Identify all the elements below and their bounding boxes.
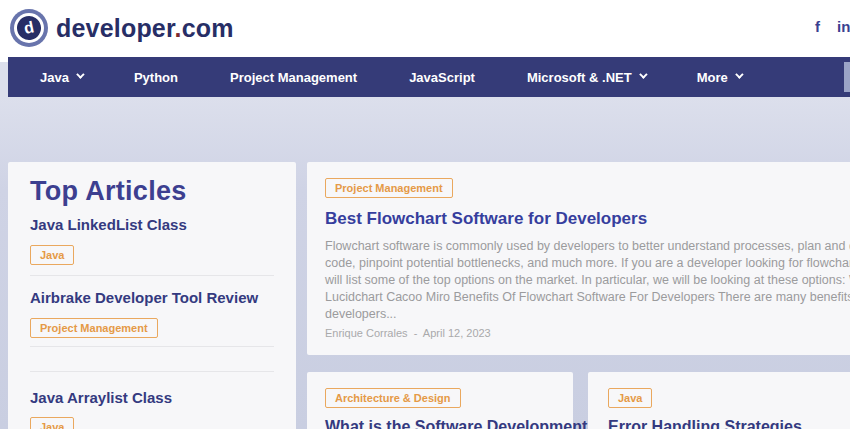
top-articles-heading: Top Articles bbox=[30, 176, 187, 207]
category-tag[interactable]: Project Management bbox=[30, 318, 158, 338]
logo-dot: . bbox=[175, 14, 182, 42]
sidebar-article-title[interactable]: Airbrake Developer Tool Review bbox=[30, 289, 258, 306]
page: d developer.com f in Java Python Project… bbox=[0, 0, 850, 429]
linkedin-icon[interactable]: in bbox=[837, 18, 850, 36]
byline-separator: - bbox=[414, 327, 418, 339]
logo-wordmark: developer.com bbox=[56, 14, 234, 43]
divider bbox=[30, 346, 274, 347]
article-byline: Enrique Corrales - April 12, 2023 bbox=[325, 327, 491, 339]
site-header: d developer.com f in bbox=[0, 0, 850, 62]
category-tag[interactable]: Java bbox=[30, 245, 74, 265]
divider bbox=[30, 371, 274, 372]
article-date: April 12, 2023 bbox=[423, 327, 491, 339]
category-tag[interactable]: Project Management bbox=[325, 178, 453, 198]
logo-letter: d bbox=[15, 14, 43, 42]
article-title[interactable]: Best Flowchart Software for Developers bbox=[325, 209, 647, 229]
chevron-down-icon bbox=[639, 70, 647, 78]
featured-article-card: Project Management Best Flowchart Softwa… bbox=[307, 162, 850, 355]
chevron-down-icon bbox=[735, 70, 743, 78]
sidebar-article-title[interactable]: Java LinkedList Class bbox=[30, 216, 187, 233]
nav-item-project-management[interactable]: Project Management bbox=[230, 70, 357, 85]
top-articles-panel: Top Articles Java LinkedList Class Java … bbox=[8, 162, 296, 429]
article-card: Java Error Handling Strategies bbox=[588, 372, 850, 429]
nav-item-microsoft-net[interactable]: Microsoft & .NET bbox=[527, 70, 645, 85]
logo-d-icon: d bbox=[10, 9, 48, 47]
divider bbox=[30, 275, 274, 276]
main-nav: Java Python Project Management JavaScrip… bbox=[8, 57, 850, 97]
article-title[interactable]: Error Handling Strategies bbox=[608, 418, 802, 429]
nav-item-python[interactable]: Python bbox=[134, 70, 178, 85]
social-links: f in bbox=[815, 18, 850, 36]
category-tag[interactable]: Java bbox=[608, 388, 652, 408]
category-tag[interactable]: Java bbox=[30, 417, 74, 429]
sidebar-article-title[interactable]: Java Arraylist Class bbox=[30, 389, 172, 406]
article-excerpt: Flowchart software is commonly used by d… bbox=[325, 238, 850, 323]
article-card: Architecture & Design What is the Softwa… bbox=[307, 372, 573, 429]
logo-tld: com bbox=[182, 14, 234, 42]
category-tag[interactable]: Architecture & Design bbox=[325, 388, 461, 408]
author-name[interactable]: Enrique Corrales bbox=[325, 327, 408, 339]
site-logo[interactable]: d developer.com bbox=[10, 9, 234, 47]
nav-item-more[interactable]: More bbox=[697, 70, 741, 85]
nav-item-javascript[interactable]: JavaScript bbox=[409, 70, 475, 85]
logo-brand: developer bbox=[56, 14, 175, 42]
nav-item-java[interactable]: Java bbox=[40, 70, 82, 85]
facebook-icon[interactable]: f bbox=[815, 18, 820, 36]
chevron-down-icon bbox=[76, 70, 84, 78]
search-box-partial[interactable] bbox=[844, 62, 850, 92]
